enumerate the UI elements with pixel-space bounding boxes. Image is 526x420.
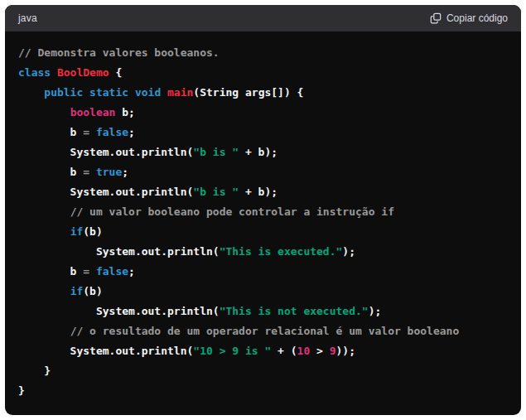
- code-token: {: [109, 66, 123, 79]
- code-token: if: [70, 285, 84, 297]
- code-token: }: [18, 384, 25, 397]
- code-token: ));: [336, 345, 355, 357]
- code-token: [89, 265, 96, 278]
- code-token: System.out.println(: [18, 245, 220, 258]
- code-line: if(b): [18, 222, 508, 242]
- code-token: "This is executed.": [220, 245, 343, 258]
- code-token: + b);: [239, 146, 277, 158]
- code-token: + (: [271, 345, 297, 357]
- code-token: [18, 205, 70, 218]
- code-token: main: [167, 86, 193, 99]
- code-token: b: [18, 166, 83, 178]
- code-line: b = false;: [18, 123, 508, 142]
- code-line: // um valor booleano pode controlar a in…: [18, 202, 508, 222]
- code-line: // Demonstra valores booleanos.: [18, 43, 508, 63]
- copy-code-button[interactable]: Copiar código: [430, 9, 508, 27]
- code-token: b: [18, 265, 83, 278]
- code-token: ;: [128, 265, 135, 278]
- code-token: ;: [128, 126, 135, 138]
- code-token: [18, 106, 70, 118]
- code-token: System.out.println(: [18, 305, 220, 317]
- code-token: true: [96, 166, 122, 178]
- code-token: [18, 225, 70, 238]
- code-line: class BoolDemo {: [18, 63, 508, 83]
- code-token: );: [369, 305, 382, 317]
- code-content: // Demonstra valores booleanos.class Boo…: [5, 31, 521, 415]
- code-token: [83, 86, 89, 99]
- code-line: boolean b;: [18, 103, 508, 123]
- code-token: [161, 86, 167, 99]
- code-token: public: [44, 86, 83, 99]
- code-line: b = true;: [18, 162, 508, 182]
- code-line: System.out.println("This is executed.");: [18, 242, 508, 262]
- code-token: class: [18, 66, 51, 79]
- code-token: false: [96, 126, 128, 138]
- code-token: b;: [115, 106, 134, 118]
- code-token: >: [310, 345, 329, 357]
- code-token: [18, 285, 70, 297]
- code-line: System.out.println("This is not executed…: [18, 302, 508, 321]
- code-line: System.out.println("10 > 9 is " + (10 > …: [18, 341, 508, 361]
- code-token: 9: [330, 345, 336, 357]
- code-token: // o resultado de um operador relacional…: [70, 325, 460, 337]
- code-token: // Demonstra valores booleanos.: [18, 46, 220, 59]
- copy-icon: [430, 12, 442, 24]
- code-token: "10 > 9 is ": [193, 345, 271, 357]
- code-header: java Copiar código: [5, 5, 521, 31]
- code-token: [51, 66, 57, 79]
- code-token: System.out.println(: [18, 186, 193, 198]
- language-label: java: [18, 12, 37, 24]
- code-line: System.out.println("b is " + b);: [18, 182, 508, 202]
- code-line: // o resultado de um operador relacional…: [18, 321, 508, 341]
- code-line: if(b): [18, 282, 508, 302]
- code-token: ;: [122, 166, 128, 178]
- code-token: [89, 166, 96, 178]
- code-token: BoolDemo: [57, 66, 109, 79]
- code-token: void: [135, 86, 161, 99]
- code-token: if: [70, 225, 84, 238]
- code-token: + b);: [239, 186, 277, 198]
- code-token: boolean: [70, 106, 116, 118]
- code-token: (b): [83, 285, 102, 297]
- code-token: =: [83, 166, 89, 178]
- code-block: java Copiar código // Demonstra valores …: [5, 5, 521, 415]
- code-line: System.out.println("b is " + b);: [18, 142, 508, 162]
- code-token: [128, 86, 135, 99]
- code-token: [18, 86, 44, 99]
- code-token: b: [18, 126, 83, 138]
- code-token: "This is not executed.": [220, 305, 369, 317]
- code-token: (String args[]) {: [193, 86, 303, 99]
- code-line: b = false;: [18, 262, 508, 282]
- code-token: // um valor booleano pode controlar a in…: [70, 205, 394, 218]
- code-token: [89, 126, 96, 138]
- code-token: static: [89, 86, 128, 99]
- code-token: System.out.println(: [18, 146, 193, 158]
- code-token: 10: [297, 345, 311, 357]
- code-token: =: [83, 265, 89, 278]
- code-token: false: [96, 265, 128, 278]
- code-line: }: [18, 381, 508, 401]
- code-token: "b is ": [193, 186, 239, 198]
- code-token: "b is ": [193, 146, 239, 158]
- code-line: }: [18, 361, 508, 381]
- code-line: public static void main(String args[]) {: [18, 83, 508, 103]
- code-token: }: [18, 364, 51, 377]
- code-token: (b): [83, 225, 102, 238]
- code-token: System.out.println(: [18, 345, 193, 357]
- code-token: [18, 325, 70, 337]
- copy-button-label: Copiar código: [446, 12, 508, 24]
- code-token: );: [342, 245, 355, 258]
- code-token: =: [83, 126, 89, 138]
